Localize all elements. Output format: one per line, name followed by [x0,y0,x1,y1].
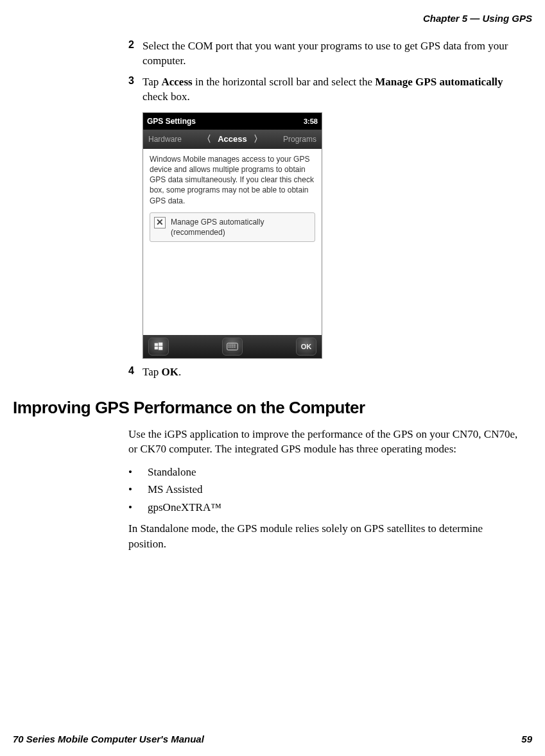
tab-programs[interactable]: Programs [283,135,316,144]
svg-rect-12 [229,345,230,346]
checkbox-label: Manage GPS automatically (recommended) [171,217,311,237]
svg-rect-9 [155,347,158,350]
step-number: 4 [128,365,143,380]
text-fragment: Tap [143,76,162,88]
svg-rect-8 [159,342,162,345]
bold-access: Access [162,76,193,88]
page-footer: 70 Series Mobile Computer User's Manual … [13,734,532,744]
list-item: • MS Assisted [128,481,519,498]
list-item: • gpsOneXTRA™ [128,499,519,516]
description-text: Windows Mobile manages access to your GP… [150,154,315,206]
section-heading: Improving GPS Performance on the Compute… [13,398,506,418]
device-screenshot: GPS Settings 3:58 Hardware 〈 [143,112,322,359]
paragraph: In Standalone mode, the GPS module relie… [128,521,519,552]
text-fragment: . [178,366,181,378]
window-title: GPS Settings [147,117,196,126]
checkbox-icon[interactable]: ✕ [154,217,166,228]
svg-rect-19 [234,347,236,348]
svg-rect-16 [229,347,230,348]
step-text: Select the COM port that you want your p… [143,39,519,69]
ok-button[interactable]: OK [296,338,316,356]
svg-rect-13 [230,345,232,346]
tab-access[interactable]: 〈 Access 〉 [202,133,263,145]
svg-rect-7 [155,343,158,346]
text-fragment: check box. [143,90,190,103]
settings-body: Windows Mobile manages access to your GP… [143,149,322,335]
chapter-header: Chapter 5 — Using GPS [13,13,532,24]
window-titlebar: GPS Settings 3:58 [143,113,322,130]
bullet-text: gpsOneXTRA™ [148,499,221,516]
footer-title: 70 Series Mobile Computer User's Manual [13,734,204,744]
bullet-text: Standalone [148,463,196,481]
svg-rect-17 [230,347,232,348]
manage-gps-checkbox-row[interactable]: ✕ Manage GPS automatically (recommended) [150,212,315,242]
bullet-list: • Standalone • MS Assisted • gpsOneXTRA™ [128,463,519,516]
step-number: 2 [128,39,143,69]
chevron-left-icon[interactable]: 〈 [202,133,211,145]
bullet-icon: • [128,463,148,481]
step-text: Tap Access in the horizontal scroll bar … [143,75,519,105]
svg-rect-14 [232,345,234,346]
svg-rect-10 [159,347,162,350]
keyboard-button[interactable] [222,338,243,356]
text-fragment: Tap [143,366,162,378]
bold-ok: OK [162,366,178,378]
start-button[interactable] [148,338,169,356]
tab-bar: Hardware 〈 Access 〉 Programs [143,130,322,149]
main-content: 2 Select the COM port that you want your… [128,39,519,380]
step-number: 3 [128,75,143,105]
tab-hardware[interactable]: Hardware [148,135,182,144]
bold-manage-gps: Manage GPS automatically [375,76,503,88]
soft-key-bar: OK [143,335,322,358]
step-text: Tap OK. [143,365,181,380]
svg-rect-18 [232,347,234,348]
status-icons: 3:58 [288,117,318,125]
list-item: • Standalone [128,463,519,481]
step-2: 2 Select the COM port that you want your… [128,39,519,69]
paragraph: Use the iGPS application to improve the … [128,427,519,458]
page-number: 59 [521,734,532,744]
chevron-right-icon[interactable]: 〉 [254,133,263,145]
step-3: 3 Tap Access in the horizontal scroll ba… [128,75,519,105]
ok-label: OK [301,343,312,350]
bullet-icon: • [128,499,148,516]
tab-access-label: Access [218,134,247,144]
svg-rect-15 [234,345,236,346]
bullet-icon: • [128,481,148,498]
text-fragment: in the horizontal scroll bar and select … [193,76,376,88]
clock-time: 3:58 [304,117,318,125]
bullet-text: MS Assisted [148,481,203,498]
step-4: 4 Tap OK. [128,365,519,380]
